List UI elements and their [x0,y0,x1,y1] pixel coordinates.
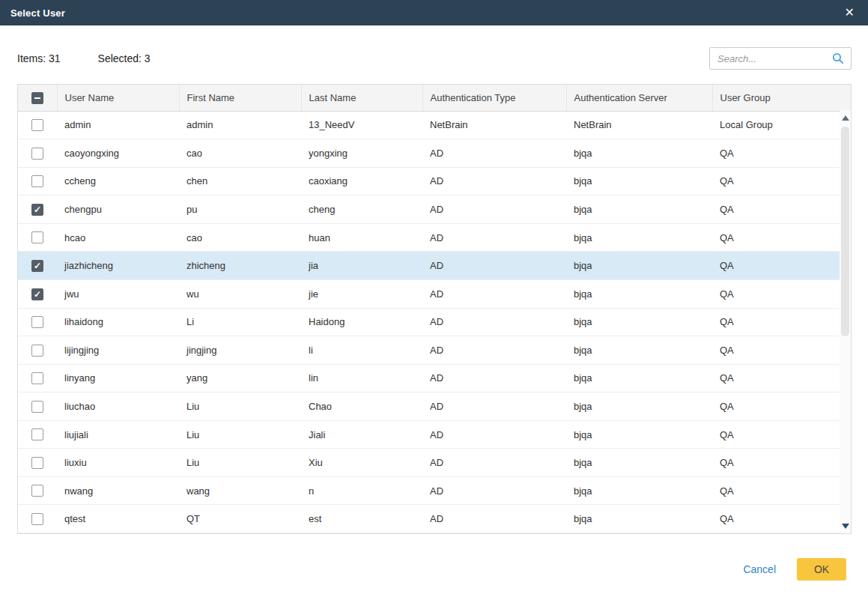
table-cell: Liu [179,393,301,421]
close-icon[interactable]: ✕ [842,5,858,20]
row-checkbox[interactable] [31,175,43,187]
table-cell: Local Group [712,111,851,139]
row-checkbox[interactable] [31,428,43,440]
table-cell: wu [179,279,301,308]
table-row[interactable]: renmeijieRenMeijieADbjqaQA [18,533,851,535]
row-checkbox[interactable] [31,513,43,525]
ok-button[interactable]: OK [797,558,846,581]
table-cell: hcao [57,223,179,252]
table-row[interactable]: hcaocaohuanADbjqaQA [18,223,851,252]
table-cell: bjqa [566,364,712,393]
row-checkbox[interactable] [31,401,43,413]
dialog-header: Select User ✕ [0,0,868,25]
table-row[interactable]: caoyongxingcaoyongxingADbjqaQA [18,139,851,168]
table-row[interactable]: jiazhichengzhichengjiaADbjqaQA [18,252,851,280]
table-cell: qtest [57,505,179,533]
table-cell: caoyongxing [57,139,179,168]
table-row[interactable]: chengpupuchengADbjqaQA [18,196,851,224]
table-cell: chen [179,167,301,196]
table-cell: Ren [179,533,301,535]
table-cell: cao [179,223,301,252]
row-checkbox-cell [18,449,57,477]
table-cell: AD [422,364,566,393]
table-cell: lihaidong [57,308,179,336]
table-cell: jiazhicheng [57,252,179,280]
column-header-authentication-server[interactable]: Authentication Server [566,85,712,111]
search-icon[interactable] [831,52,845,65]
table-row[interactable]: liujialiLiuJialiADbjqaQA [18,420,851,449]
row-checkbox[interactable] [31,119,43,131]
table-cell: bjqa [566,279,712,308]
scroll-up-icon[interactable] [840,112,851,124]
table-row[interactable]: lijingjingjingjingliADbjqaQA [18,336,851,365]
column-header-last-name[interactable]: Last Name [301,85,422,111]
vertical-scrollbar[interactable] [840,110,851,533]
column-header-authentication-type[interactable]: Authentication Type [422,85,566,111]
table-row[interactable]: adminadmin13_NeedVNetBrainNetBrainLocal … [18,111,851,139]
table-cell: QA [712,139,851,168]
table-cell: Li [179,308,301,336]
row-checkbox[interactable] [31,316,43,328]
table-row[interactable]: lihaidongLiHaidongADbjqaQA [18,308,851,336]
table-cell: Chao [301,393,422,421]
row-checkbox[interactable] [31,345,43,357]
table-cell: bjqa [566,476,712,505]
search-input[interactable] [716,52,831,65]
row-checkbox[interactable] [31,260,43,272]
table-cell: AD [422,252,566,280]
column-header-user-group[interactable]: User Group [712,85,851,111]
row-checkbox-cell [18,420,57,449]
scroll-down-icon[interactable] [840,520,851,532]
items-count: Items: 31 [17,52,61,64]
select-all-checkbox[interactable] [31,92,43,104]
table-row[interactable]: jwuwujieADbjqaQA [18,279,851,308]
table-cell: lin [301,364,422,393]
column-header-user-name[interactable]: User Name [57,85,179,111]
table-cell: renmeijie [57,533,179,535]
table-cell: QA [712,252,851,280]
table-cell: NetBrain [566,111,712,139]
scrollbar-thumb[interactable] [841,127,849,336]
row-checkbox-cell [18,308,57,336]
table-row[interactable]: liuchaoLiuChaoADbjqaQA [18,393,851,421]
table-cell: bjqa [566,533,712,535]
table-cell: bjqa [566,252,712,280]
table-cell: QA [712,364,851,393]
table-cell: zhicheng [179,252,301,280]
table-cell: QA [712,308,851,336]
row-checkbox-cell [18,279,57,308]
row-checkbox[interactable] [31,288,43,300]
table-cell: AD [422,167,566,196]
column-header-first-name[interactable]: First Name [179,85,301,111]
table-cell: yang [179,364,301,393]
table-cell: AD [422,196,566,224]
row-checkbox-cell [18,167,57,196]
table-cell: Liu [179,420,301,449]
row-checkbox-cell [18,533,57,535]
table-row[interactable]: linyangyanglinADbjqaQA [18,364,851,393]
row-checkbox[interactable] [31,485,43,497]
table-cell: linyang [57,364,179,393]
row-checkbox[interactable] [31,457,43,469]
table-cell: QA [712,505,851,533]
row-checkbox-cell [18,505,57,533]
table-cell: AD [422,223,566,252]
select-user-dialog: Select User ✕ Items: 31 Selected: 3 [0,0,868,603]
table-row[interactable]: liuxiuLiuXiuADbjqaQA [18,449,851,477]
row-checkbox[interactable] [31,231,43,243]
table-row[interactable]: nwangwangnADbjqaQA [18,476,851,505]
table-cell: est [301,505,422,533]
row-checkbox[interactable] [31,372,43,384]
table-cell: AD [422,449,566,477]
row-checkbox[interactable] [31,148,43,160]
table-cell: jie [301,279,422,308]
table-cell: Xiu [301,449,422,477]
table-cell: bjqa [566,167,712,196]
table-cell: bjqa [566,139,712,168]
table-cell: QA [712,449,851,477]
table-row[interactable]: cchengchencaoxiangADbjqaQA [18,167,851,196]
row-checkbox[interactable] [31,204,43,216]
table-cell: admin [179,111,301,139]
table-row[interactable]: qtestQTestADbjqaQA [18,505,851,533]
cancel-button[interactable]: Cancel [743,563,776,575]
